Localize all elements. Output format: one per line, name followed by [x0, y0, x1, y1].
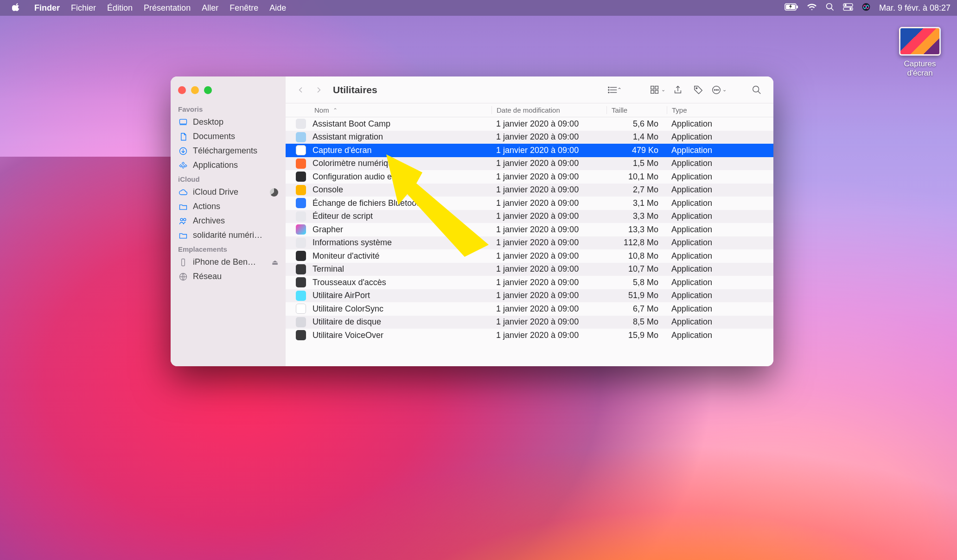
- file-kind: Application: [667, 159, 773, 168]
- svg-rect-10: [180, 119, 187, 124]
- sidebar-item-label: Desktop: [193, 117, 278, 127]
- file-row[interactable]: Grapher1 janvier 2020 à 09:0013,3 MoAppl…: [286, 223, 773, 236]
- file-row[interactable]: Utilitaire ColorSync1 janvier 2020 à 09:…: [286, 302, 773, 316]
- menu-aide[interactable]: Aide: [264, 3, 292, 13]
- app-icon: [296, 277, 306, 287]
- menu-aller[interactable]: Aller: [196, 3, 224, 13]
- search-button[interactable]: [748, 83, 765, 97]
- file-row[interactable]: Utilitaire AirPort1 janvier 2020 à 09:00…: [286, 289, 773, 303]
- close-button[interactable]: [178, 86, 186, 94]
- column-size[interactable]: Taille: [606, 106, 667, 114]
- file-size: 1,4 Mo: [606, 132, 667, 142]
- file-row[interactable]: Configuration audio et MIDI1 janvier 202…: [286, 170, 773, 184]
- sidebar-item-emplacements-1[interactable]: Réseau: [171, 269, 286, 284]
- file-name: Moniteur d'activité: [313, 251, 491, 261]
- file-row[interactable]: Assistant migration1 janvier 2020 à 09:0…: [286, 131, 773, 144]
- file-list: Assistant Boot Camp1 janvier 2020 à 09:0…: [286, 117, 773, 366]
- sidebar-item-emplacements-0[interactable]: iPhone de Ben…⏏: [171, 255, 286, 269]
- file-size: 51,9 Mo: [606, 291, 667, 300]
- file-name: Colorimètre numérique: [313, 159, 491, 168]
- sidebar-section-emplacements: Emplacements: [171, 242, 286, 255]
- menu-edition[interactable]: Édition: [102, 3, 138, 13]
- tags-button[interactable]: [690, 83, 707, 97]
- file-row[interactable]: Moniteur d'activité1 janvier 2020 à 09:0…: [286, 249, 773, 263]
- file-size: 10,8 Mo: [606, 251, 667, 261]
- minimize-button[interactable]: [191, 86, 199, 94]
- actions-button[interactable]: ⌄: [710, 83, 727, 97]
- file-date: 1 janvier 2020 à 09:00: [491, 211, 606, 221]
- folder-icon: [178, 202, 188, 211]
- file-row[interactable]: Terminal1 janvier 2020 à 09:0010,7 MoApp…: [286, 263, 773, 276]
- forward-button[interactable]: [312, 83, 325, 97]
- spotlight-icon[interactable]: [825, 2, 835, 14]
- menu-fichier[interactable]: Fichier: [65, 3, 102, 13]
- menu-fenetre[interactable]: Fenêtre: [224, 3, 264, 13]
- file-kind: Application: [667, 331, 773, 340]
- file-kind: Application: [667, 264, 773, 274]
- file-row[interactable]: Informations système1 janvier 2020 à 09:…: [286, 236, 773, 250]
- phone-icon: [178, 258, 188, 267]
- apple-logo-icon: [12, 3, 20, 11]
- app-icon: [296, 238, 306, 248]
- desktop: Finder Fichier Édition Présentation Alle…: [0, 0, 957, 560]
- share-button[interactable]: [670, 83, 686, 97]
- file-name: Trousseaux d'accès: [313, 278, 491, 287]
- sidebar-item-favoris-0[interactable]: Desktop: [171, 115, 286, 129]
- menu-presentation[interactable]: Présentation: [138, 3, 196, 13]
- menubar-clock[interactable]: Mar. 9 févr. à 08:27: [879, 3, 951, 13]
- sidebar-item-label: iCloud Drive: [193, 187, 265, 197]
- file-row[interactable]: Console1 janvier 2020 à 09:002,7 MoAppli…: [286, 184, 773, 197]
- folder-thumbnail-icon: [899, 27, 941, 56]
- svg-point-21: [608, 89, 609, 90]
- sidebar-item-icloud-1[interactable]: Actions: [171, 199, 286, 214]
- column-name[interactable]: Nom⌃: [314, 106, 491, 114]
- app-icon: [296, 145, 306, 155]
- column-date[interactable]: Date de modification: [491, 106, 606, 114]
- wifi-icon[interactable]: [807, 3, 817, 13]
- file-name: Utilitaire ColorSync: [313, 304, 491, 314]
- sidebar-item-icloud-2[interactable]: Archives: [171, 214, 286, 228]
- people-icon: [178, 216, 188, 226]
- zoom-button[interactable]: [204, 86, 212, 94]
- apps-icon: [178, 161, 188, 170]
- file-row[interactable]: Trousseaux d'accès1 janvier 2020 à 09:00…: [286, 276, 773, 289]
- control-center-icon[interactable]: [843, 3, 853, 13]
- back-button[interactable]: [294, 83, 308, 97]
- file-row[interactable]: Utilitaire VoiceOver1 janvier 2020 à 09:…: [286, 329, 773, 342]
- file-row[interactable]: Échange de fichiers Bluetooth1 janvier 2…: [286, 197, 773, 210]
- eject-icon[interactable]: ⏏: [272, 258, 278, 267]
- app-icon: [296, 317, 306, 327]
- app-icon: [296, 251, 306, 261]
- file-date: 1 janvier 2020 à 09:00: [491, 146, 606, 155]
- file-kind: Application: [667, 291, 773, 300]
- sidebar-item-favoris-2[interactable]: Téléchargements: [171, 144, 286, 158]
- file-row[interactable]: Capture d'écran1 janvier 2020 à 09:00479…: [286, 144, 773, 157]
- apple-menu[interactable]: [6, 3, 29, 13]
- file-size: 2,7 Mo: [606, 185, 667, 195]
- battery-icon[interactable]: [785, 3, 798, 13]
- svg-rect-24: [655, 86, 658, 89]
- file-row[interactable]: Éditeur de script1 janvier 2020 à 09:003…: [286, 210, 773, 223]
- file-kind: Application: [667, 119, 773, 129]
- file-row[interactable]: Colorimètre numérique1 janvier 2020 à 09…: [286, 157, 773, 171]
- desktop-folder-captures[interactable]: Captures d'écran: [892, 27, 948, 78]
- column-kind[interactable]: Type: [667, 106, 773, 114]
- sidebar-item-label: Archives: [193, 216, 278, 226]
- file-kind: Application: [667, 211, 773, 221]
- sidebar-item-icloud-0[interactable]: iCloud Drive: [171, 185, 286, 199]
- sidebar-item-favoris-3[interactable]: Applications: [171, 158, 286, 172]
- sidebar-item-favoris-1[interactable]: Documents: [171, 129, 286, 144]
- doc-icon: [178, 132, 188, 141]
- menu-app-name[interactable]: Finder: [29, 3, 65, 13]
- view-list-button[interactable]: ⌃: [606, 83, 623, 97]
- folder-icon: [178, 231, 188, 240]
- svg-rect-26: [655, 90, 658, 93]
- file-row[interactable]: Assistant Boot Camp1 janvier 2020 à 09:0…: [286, 117, 773, 131]
- file-row[interactable]: Utilitaire de disque1 janvier 2020 à 09:…: [286, 316, 773, 329]
- file-name: Informations système: [313, 238, 491, 248]
- file-kind: Application: [667, 317, 773, 327]
- svg-point-31: [717, 89, 718, 90]
- siri-icon[interactable]: [861, 2, 871, 14]
- sidebar-item-icloud-3[interactable]: solidarité numéri…: [171, 228, 286, 242]
- group-button[interactable]: ⌄: [649, 83, 666, 97]
